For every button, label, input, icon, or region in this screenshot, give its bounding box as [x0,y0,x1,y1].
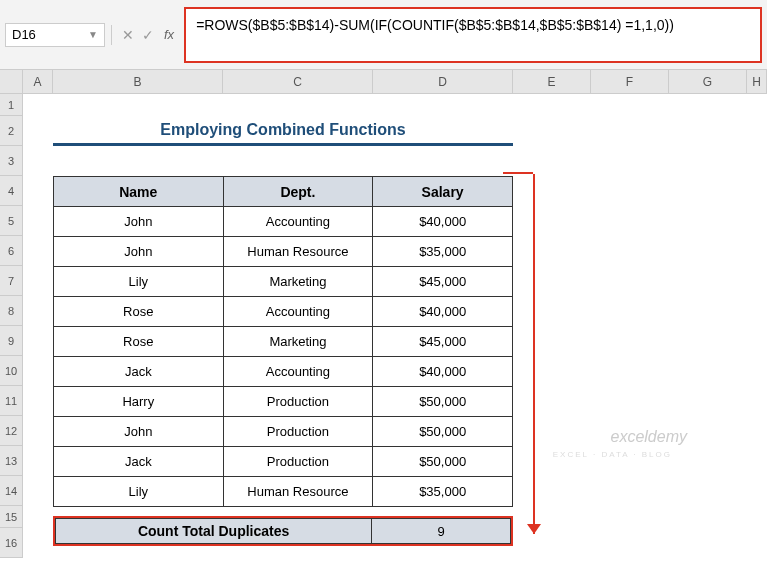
row-header-3[interactable]: 3 [0,146,23,176]
table-row: RoseMarketing$45,000 [54,327,513,357]
cell-salary[interactable]: $50,000 [373,417,513,447]
header-dept[interactable]: Dept. [223,177,373,207]
formula-bar-row: D16 ▼ ✕ ✓ fx =ROWS($B$5:$B$14)-SUM(IF(CO… [0,0,767,70]
totals-label[interactable]: Count Total Duplicates [55,518,372,544]
cell-dept[interactable]: Production [223,447,373,477]
cell-name[interactable]: Jack [54,357,224,387]
table-row: RoseAccounting$40,000 [54,297,513,327]
chevron-down-icon[interactable]: ▼ [88,29,98,40]
table-row: HarryProduction$50,000 [54,387,513,417]
cell-dept[interactable]: Human Resource [223,237,373,267]
table-row: JohnProduction$50,000 [54,417,513,447]
name-box[interactable]: D16 ▼ [5,23,105,47]
col-header-c[interactable]: C [223,70,373,94]
header-name[interactable]: Name [54,177,224,207]
table-row: LilyHuman Resource$35,000 [54,477,513,507]
table-row: LilyMarketing$45,000 [54,267,513,297]
formula-bar[interactable]: =ROWS($B$5:$B$14)-SUM(IF(COUNTIF($B$5:$B… [184,7,762,63]
col-header-a[interactable]: A [23,70,53,94]
row-header-10[interactable]: 10 [0,356,23,386]
cell-name[interactable]: John [54,417,224,447]
row-header-16[interactable]: 16 [0,528,23,558]
cell-salary[interactable]: $40,000 [373,357,513,387]
totals-value[interactable]: 9 [372,518,511,544]
table-row: JackAccounting$40,000 [54,357,513,387]
table-row: JackProduction$50,000 [54,447,513,477]
col-header-d[interactable]: D [373,70,513,94]
fx-icon[interactable]: fx [164,27,174,42]
cell-salary[interactable]: $45,000 [373,267,513,297]
table-row: JohnHuman Resource$35,000 [54,237,513,267]
cell-salary[interactable]: $35,000 [373,477,513,507]
cell-name[interactable]: Rose [54,297,224,327]
cell-dept[interactable]: Human Resource [223,477,373,507]
sheet-title: Employing Combined Functions [53,116,513,146]
formula-text: =ROWS($B$5:$B$14)-SUM(IF(COUNTIF($B$5:$B… [196,17,674,33]
row-header-13[interactable]: 13 [0,446,23,476]
row-header-2[interactable]: 2 [0,116,23,146]
cell-dept[interactable]: Marketing [223,327,373,357]
row-header-5[interactable]: 5 [0,206,23,236]
annotation-arrow [533,174,535,534]
cell-name[interactable]: Lily [54,267,224,297]
cell-dept[interactable]: Accounting [223,207,373,237]
cell-salary[interactable]: $40,000 [373,207,513,237]
cell-dept[interactable]: Marketing [223,267,373,297]
cell-salary[interactable]: $50,000 [373,447,513,477]
col-header-b[interactable]: B [53,70,223,94]
cell-reference: D16 [12,27,36,42]
row-header-12[interactable]: 12 [0,416,23,446]
col-header-e[interactable]: E [513,70,591,94]
row-header-6[interactable]: 6 [0,236,23,266]
accept-icon[interactable]: ✓ [138,25,158,45]
cell-salary[interactable]: $40,000 [373,297,513,327]
cancel-icon[interactable]: ✕ [118,25,138,45]
row-header-7[interactable]: 7 [0,266,23,296]
table-row: JohnAccounting$40,000 [54,207,513,237]
cell-dept[interactable]: Accounting [223,357,373,387]
cell-name[interactable]: Lily [54,477,224,507]
cell-dept[interactable]: Production [223,417,373,447]
table-header-row: Name Dept. Salary [54,177,513,207]
divider [111,25,112,45]
cell-salary[interactable]: $35,000 [373,237,513,267]
cell-name[interactable]: John [54,207,224,237]
cell-name[interactable]: Jack [54,447,224,477]
col-header-f[interactable]: F [591,70,669,94]
row-header-4[interactable]: 4 [0,176,23,206]
column-headers: A B C D E F G H [23,70,767,94]
cell-name[interactable]: Rose [54,327,224,357]
cell-dept[interactable]: Accounting [223,297,373,327]
row-header-15[interactable]: 15 [0,506,23,528]
row-header-11[interactable]: 11 [0,386,23,416]
row-header-14[interactable]: 14 [0,476,23,506]
cell-dept[interactable]: Production [223,387,373,417]
cell-salary[interactable]: $50,000 [373,387,513,417]
row-header-9[interactable]: 9 [0,326,23,356]
row-headers: 1 2 3 4 5 6 7 8 9 10 11 12 13 14 15 16 [0,70,23,558]
spreadsheet: 1 2 3 4 5 6 7 8 9 10 11 12 13 14 15 16 A… [0,70,767,558]
cell-salary[interactable]: $45,000 [373,327,513,357]
col-header-g[interactable]: G [669,70,747,94]
row-header-1[interactable]: 1 [0,94,23,116]
cell-name[interactable]: Harry [54,387,224,417]
row-header-8[interactable]: 8 [0,296,23,326]
col-header-h[interactable]: H [747,70,767,94]
data-table: Name Dept. Salary JohnAccounting$40,000J… [53,176,513,507]
header-salary[interactable]: Salary [373,177,513,207]
cell-name[interactable]: John [54,237,224,267]
select-all-corner[interactable] [0,70,23,94]
totals-row: Count Total Duplicates 9 [53,516,513,546]
